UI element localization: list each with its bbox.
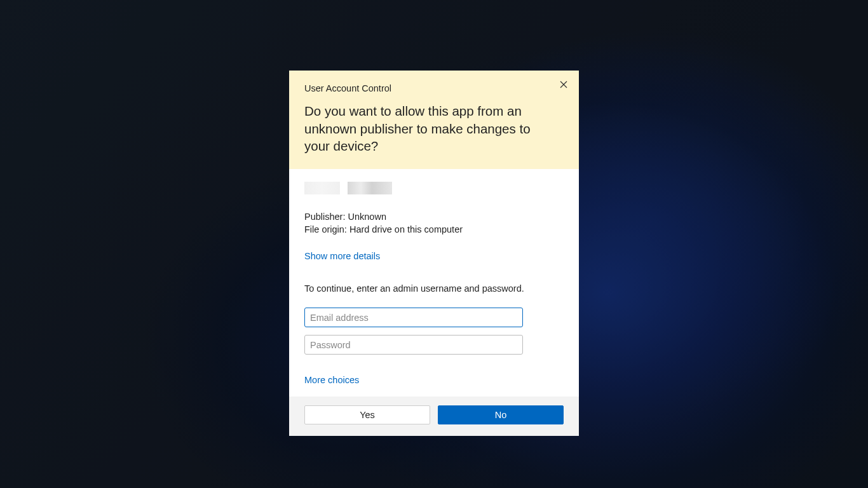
show-more-details-link[interactable]: Show more details	[304, 251, 380, 261]
publisher-info: Publisher: Unknown	[304, 211, 564, 224]
uac-dialog: User Account Control Do you want to allo…	[289, 71, 579, 436]
dialog-title: User Account Control	[304, 83, 564, 93]
dialog-prompt: Do you want to allow this app from an un…	[304, 102, 564, 155]
more-choices-link[interactable]: More choices	[304, 375, 359, 385]
close-icon	[560, 81, 567, 88]
file-origin-info: File origin: Hard drive on this computer	[304, 224, 564, 236]
dialog-body: Publisher: Unknown File origin: Hard dri…	[289, 169, 579, 396]
redacted-block	[348, 182, 392, 194]
yes-button[interactable]: Yes	[304, 405, 430, 424]
redacted-block	[304, 182, 340, 194]
email-field[interactable]	[304, 308, 523, 327]
dialog-header: User Account Control Do you want to allo…	[289, 71, 579, 169]
app-name-redacted	[304, 182, 564, 194]
password-field[interactable]	[304, 335, 523, 355]
no-button[interactable]: No	[438, 405, 564, 424]
dialog-footer: Yes No	[289, 396, 579, 436]
continue-instruction: To continue, enter an admin username and…	[304, 283, 564, 294]
close-button[interactable]	[557, 78, 570, 91]
